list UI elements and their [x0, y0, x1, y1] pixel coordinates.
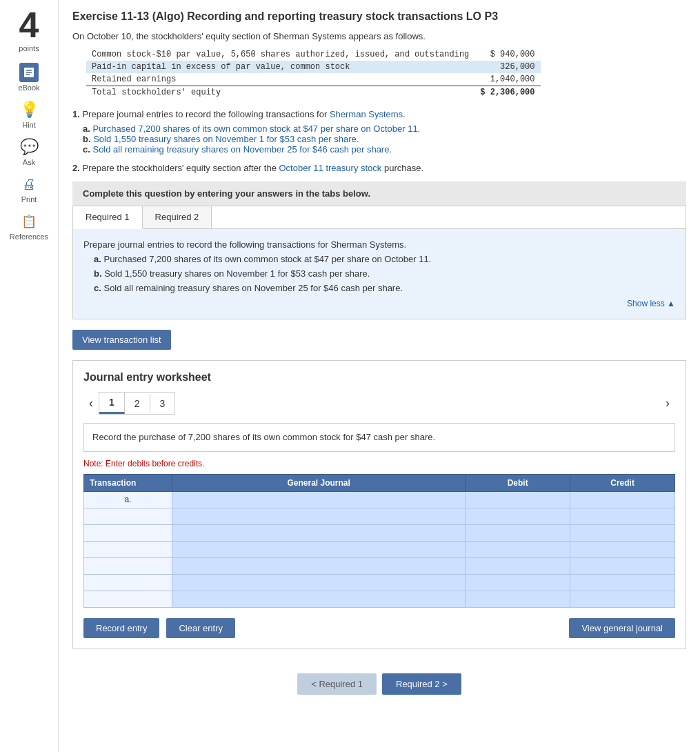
- debit-input-2[interactable]: [467, 511, 568, 522]
- col-transaction: Transaction: [84, 474, 172, 491]
- debit-input-1[interactable]: [467, 494, 568, 505]
- table-row: Common stock-$10 par value, 5,650 shares…: [86, 48, 541, 61]
- journal-entry-5[interactable]: [172, 557, 466, 574]
- debit-entry-1[interactable]: [466, 491, 570, 508]
- page-num-2[interactable]: 2: [125, 394, 150, 413]
- instruction-text: Complete this question by entering your …: [83, 188, 370, 199]
- credit-entry-3[interactable]: [570, 524, 675, 541]
- prev-page-arrow[interactable]: ‹: [83, 393, 99, 413]
- journal-row-6: [84, 574, 675, 591]
- equity-label-2: Paid-in capital in excess of par value, …: [86, 61, 474, 73]
- worksheet-container: Journal entry worksheet ‹ 1 2 3 › Record…: [72, 360, 686, 649]
- tab-required2[interactable]: Required 2: [143, 206, 212, 228]
- debit-input-3[interactable]: [467, 527, 568, 538]
- transaction-cell-6: [84, 574, 172, 591]
- journal-input-2[interactable]: [174, 511, 463, 522]
- credit-entry-4[interactable]: [570, 541, 675, 557]
- credit-input-6[interactable]: [572, 577, 673, 588]
- show-less-link[interactable]: Show less ▲: [83, 299, 675, 308]
- credit-entry-5[interactable]: [570, 557, 675, 574]
- sidebar-item-hint[interactable]: 💡 Hint: [19, 100, 39, 129]
- sidebar-print-label: Print: [21, 195, 37, 204]
- credit-entry-2[interactable]: [570, 508, 675, 524]
- transaction-label-a: a.: [84, 491, 172, 508]
- journal-input-1[interactable]: [174, 494, 463, 505]
- credit-entry-1[interactable]: [570, 491, 675, 508]
- journal-row-2: [84, 508, 675, 524]
- record-entry-button[interactable]: Record entry: [83, 618, 159, 638]
- debit-input-4[interactable]: [467, 544, 568, 555]
- journal-entry-4[interactable]: [172, 541, 466, 557]
- journal-input-7[interactable]: [174, 593, 463, 604]
- journal-entry-3[interactable]: [172, 524, 466, 541]
- sidebar-references-label: References: [10, 232, 48, 241]
- credit-input-5[interactable]: [572, 560, 673, 571]
- question-2-text: Prepare the stockholders' equity section…: [82, 163, 423, 173]
- next-page-arrow[interactable]: ›: [660, 393, 675, 413]
- sidebar-item-print[interactable]: 🖨 Print: [19, 175, 39, 204]
- credit-input-7[interactable]: [572, 593, 673, 604]
- sidebar-item-references[interactable]: 📋 References: [10, 212, 48, 241]
- credit-input-1[interactable]: [572, 494, 673, 505]
- clear-entry-button[interactable]: Clear entry: [166, 618, 235, 638]
- tab-item-a: a. Purchased 7,200 shares of its own com…: [94, 254, 675, 264]
- equity-label-3: Retained earnings: [86, 73, 474, 86]
- journal-input-6[interactable]: [174, 577, 463, 588]
- equity-value-2: 326,000: [474, 61, 540, 73]
- sidebar-ebook-label: eBook: [18, 83, 39, 92]
- journal-row-7: [84, 591, 675, 607]
- debit-entry-4[interactable]: [466, 541, 570, 557]
- credit-input-2[interactable]: [572, 511, 673, 522]
- debit-entry-6[interactable]: [466, 574, 570, 591]
- credit-input-4[interactable]: [572, 544, 673, 555]
- debit-input-6[interactable]: [467, 577, 568, 588]
- sidebar-number: 4: [19, 7, 39, 43]
- intro-text: On October 10, the stockholders' equity …: [72, 31, 686, 41]
- debit-input-7[interactable]: [467, 593, 568, 604]
- col-debit: Debit: [466, 474, 570, 491]
- question-2: 2. Prepare the stockholders' equity sect…: [72, 163, 686, 173]
- credit-input-3[interactable]: [572, 527, 673, 538]
- next-required-button[interactable]: Required 2 >: [382, 673, 461, 695]
- tab-content-required1: Prepare journal entries to record the fo…: [73, 229, 686, 319]
- page-num-1[interactable]: 1: [99, 393, 125, 414]
- q1-item-a: a. Purchased 7,200 shares of its own com…: [83, 123, 686, 134]
- sidebar: 4 points eBook 💡 Hint 💬 Ask: [0, 0, 59, 752]
- debit-input-5[interactable]: [467, 560, 568, 571]
- sidebar-item-ebook[interactable]: eBook: [18, 63, 39, 92]
- table-row: Paid-in capital in excess of par value, …: [86, 61, 541, 73]
- sidebar-ask-label: Ask: [23, 158, 35, 166]
- debit-entry-3[interactable]: [466, 524, 570, 541]
- journal-entry-1[interactable]: [172, 491, 466, 508]
- journal-row-3: [84, 524, 675, 541]
- book-icon: [19, 63, 39, 82]
- sidebar-item-ask[interactable]: 💬 Ask: [19, 137, 39, 166]
- journal-input-3[interactable]: [174, 527, 463, 538]
- question-1: 1. Prepare journal entries to record the…: [72, 109, 686, 155]
- debit-entry-2[interactable]: [466, 508, 570, 524]
- journal-entry-2[interactable]: [172, 508, 466, 524]
- view-transaction-button[interactable]: View transaction list: [72, 330, 171, 350]
- bottom-navigation: < Required 1 Required 2 >: [72, 663, 686, 705]
- credit-entry-6[interactable]: [570, 574, 675, 591]
- journal-input-4[interactable]: [174, 544, 463, 555]
- journal-input-5[interactable]: [174, 560, 463, 571]
- references-icon: 📋: [19, 212, 39, 231]
- tab-required1[interactable]: Required 1: [73, 206, 143, 229]
- credit-entry-7[interactable]: [570, 591, 675, 607]
- exercise-title: Exercise 11-13 (Algo) Recording and repo…: [72, 10, 686, 23]
- journal-entry-7[interactable]: [172, 591, 466, 607]
- page-num-3[interactable]: 3: [150, 394, 175, 413]
- transaction-cell-5: [84, 557, 172, 574]
- tab-item-c: c. Sold all remaining treasury shares on…: [94, 283, 675, 293]
- journal-table: Transaction General Journal Debit Credit…: [83, 474, 675, 608]
- prev-required-button[interactable]: < Required 1: [297, 673, 377, 695]
- debit-entry-5[interactable]: [466, 557, 570, 574]
- question-2-num: 2.: [72, 163, 80, 173]
- debit-entry-7[interactable]: [466, 591, 570, 607]
- sidebar-hint-label: Hint: [22, 121, 36, 129]
- view-general-journal-button[interactable]: View general journal: [569, 618, 675, 638]
- equity-table: Common stock-$10 par value, 5,650 shares…: [86, 48, 541, 99]
- journal-entry-6[interactable]: [172, 574, 466, 591]
- equity-label-1: Common stock-$10 par value, 5,650 shares…: [86, 48, 474, 61]
